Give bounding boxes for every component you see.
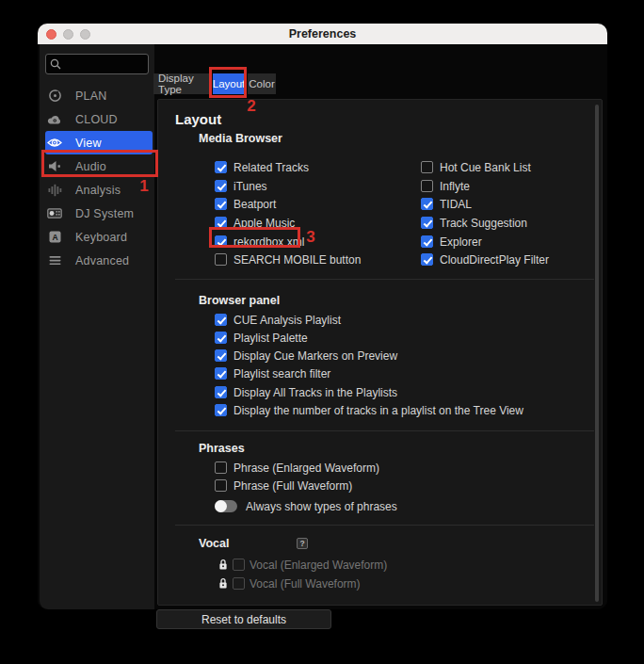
checkbox-phrase-full-waveform[interactable]: Phrase (Full Waveform) xyxy=(215,477,352,494)
checkbox-vocal-full-waveform: Vocal (Full Waveform) xyxy=(218,575,361,592)
checkbox xyxy=(421,198,433,210)
checkbox-playlist-search-filter[interactable]: Playlist search filter xyxy=(215,364,330,382)
sidebar-item-cloud[interactable]: CLOUD xyxy=(40,107,154,131)
checkbox-search-mobile-button[interactable]: SEARCH MOBILE button xyxy=(215,251,361,268)
checkbox-clouddirectplay-filter[interactable]: CloudDirectPlay Filter xyxy=(421,251,549,268)
toggle-switch[interactable] xyxy=(215,500,237,512)
checkbox-itunes[interactable]: iTunes xyxy=(215,177,267,195)
checkbox-beatport[interactable]: Beatport xyxy=(215,195,276,213)
checkbox xyxy=(215,332,227,344)
checkbox-label: Playlist Palette xyxy=(233,332,308,345)
section-divider xyxy=(175,525,594,526)
tab-layout[interactable]: Layout xyxy=(213,73,245,94)
menu-lines-icon xyxy=(47,253,62,268)
checkbox-label: Hot Cue Bank List xyxy=(440,161,531,174)
checkbox xyxy=(421,235,433,248)
section-heading-vocal: Vocal xyxy=(199,537,229,550)
checkbox-label: CloudDirectPlay Filter xyxy=(440,253,549,267)
svg-text:A: A xyxy=(52,233,57,242)
checkbox-inflyte[interactable]: Inflyte xyxy=(421,177,470,195)
checkbox-label: iTunes xyxy=(233,180,267,193)
minimize-button[interactable] xyxy=(63,29,73,40)
checkbox-label: Apple Music xyxy=(233,217,295,230)
search-icon xyxy=(50,58,61,70)
checkbox-phrase-enlarged-waveform[interactable]: Phrase (Enlarged Waveform) xyxy=(215,459,379,477)
page-title: Layout xyxy=(175,111,221,127)
sidebar-item-plan[interactable]: PLAN xyxy=(40,84,154,107)
section-divider xyxy=(175,430,594,431)
checkbox-related-tracks[interactable]: Related Tracks xyxy=(215,158,309,176)
title-bar[interactable]: Preferences xyxy=(38,24,607,44)
sidebar-search[interactable] xyxy=(45,54,149,74)
checkbox xyxy=(233,577,245,590)
checkbox xyxy=(215,367,227,380)
sidebar-item-audio[interactable]: Audio xyxy=(40,154,154,178)
close-button[interactable] xyxy=(46,29,56,40)
window-body: PLAN CLOUD View xyxy=(38,44,607,609)
section-heading-browser-panel: Browser panel xyxy=(199,294,280,307)
reset-to-defaults-button[interactable]: Reset to defaults xyxy=(156,609,331,629)
checkbox xyxy=(215,253,227,266)
checkbox-label: SEARCH MOBILE button xyxy=(233,253,361,267)
checkbox-label: Phrase (Enlarged Waveform) xyxy=(233,462,379,475)
sidebar-item-advanced[interactable]: Advanced xyxy=(40,249,154,272)
sidebar: PLAN CLOUD View xyxy=(40,44,154,609)
scrollbar[interactable] xyxy=(595,105,599,602)
checkbox-track-suggestion[interactable]: Track Suggestion xyxy=(421,214,527,232)
checkbox-label: Inflyte xyxy=(440,180,470,193)
checkbox-display-cue-markers[interactable]: Display Cue Markers on Preview xyxy=(215,347,397,364)
checkbox xyxy=(421,253,433,266)
checkbox xyxy=(215,314,227,326)
checkbox-label: CUE Analysis Playlist xyxy=(233,314,341,327)
keyboard-key-icon: A xyxy=(47,230,62,245)
waveform-icon xyxy=(47,183,62,198)
tab-display-type[interactable]: Display Type xyxy=(153,73,210,94)
sidebar-item-view[interactable]: View xyxy=(45,131,153,154)
checkbox xyxy=(421,161,433,173)
dj-system-icon xyxy=(47,206,62,221)
sidebar-item-label: PLAN xyxy=(75,89,106,103)
checkbox-display-all-tracks[interactable]: Display All Tracks in the Playlists xyxy=(215,383,397,401)
checkbox xyxy=(215,161,227,173)
sidebar-item-label: DJ System xyxy=(75,207,134,220)
checkbox-label: Related Tracks xyxy=(233,161,309,174)
checkbox-label: Display the number of tracks in a playli… xyxy=(233,404,523,417)
checkbox-label: Beatport xyxy=(233,198,276,211)
tab-bar: Display Type Layout Color xyxy=(153,73,276,94)
checkbox-label: rekordbox xml xyxy=(233,235,304,249)
cloud-icon xyxy=(47,112,62,127)
checkbox-apple-music[interactable]: Apple Music xyxy=(215,214,295,232)
section-divider xyxy=(175,279,594,280)
checkbox xyxy=(215,349,227,362)
traffic-lights xyxy=(46,24,90,44)
toggle-always-show-phrase-types[interactable]: Always show types of phrases xyxy=(215,497,397,515)
tab-color[interactable]: Color xyxy=(248,73,276,94)
checkbox-display-track-count[interactable]: Display the number of tracks in a playli… xyxy=(215,401,523,419)
sidebar-item-keyboard[interactable]: A Keyboard xyxy=(40,225,154,249)
checkbox-label: Phrase (Full Waveform) xyxy=(233,479,352,493)
screen-background: Preferences PLAN xyxy=(0,0,644,664)
search-input[interactable] xyxy=(64,57,144,71)
checkbox xyxy=(215,386,227,398)
sidebar-item-label: Advanced xyxy=(75,254,129,267)
checkbox xyxy=(215,462,227,474)
checkbox-label: Display All Tracks in the Playlists xyxy=(233,386,397,399)
checkbox-playlist-palette[interactable]: Playlist Palette xyxy=(215,329,308,347)
checkbox-tidal[interactable]: TIDAL xyxy=(421,195,472,213)
sidebar-item-analysis[interactable]: Analysis xyxy=(40,178,154,202)
checkbox-hot-cue-bank-list[interactable]: Hot Cue Bank List xyxy=(421,158,531,176)
speaker-icon xyxy=(47,159,62,174)
checkbox-rekordbox-xml[interactable]: rekordbox xml xyxy=(215,233,304,251)
checkbox xyxy=(421,180,433,192)
sidebar-item-label: View xyxy=(75,137,102,150)
sidebar-item-label: CLOUD xyxy=(75,113,118,126)
help-icon[interactable]: ? xyxy=(297,538,308,549)
checkbox-cue-analysis-playlist[interactable]: CUE Analysis Playlist xyxy=(215,311,341,329)
checkbox-label: Track Suggestion xyxy=(440,217,527,230)
checkbox-explorer[interactable]: Explorer xyxy=(421,233,482,251)
sidebar-item-label: Analysis xyxy=(75,184,121,197)
sidebar-item-dj-system[interactable]: DJ System xyxy=(40,202,154,225)
checkbox-vocal-enlarged-waveform: Vocal (Enlarged Waveform) xyxy=(218,556,387,574)
layout-settings-panel: Layout Media Browser Related Tracks iTun… xyxy=(157,99,603,606)
zoom-button[interactable] xyxy=(80,29,90,40)
